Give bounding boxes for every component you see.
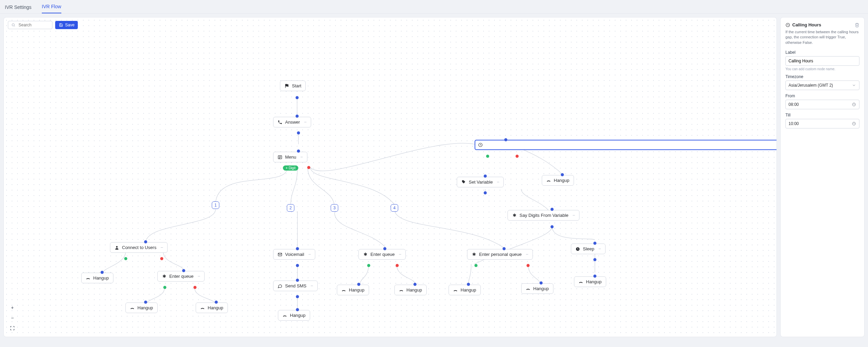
port[interactable] [357, 283, 360, 286]
port[interactable] [594, 242, 597, 245]
search-input[interactable] [18, 22, 49, 28]
node-enter-personal-queue[interactable]: ✱ Enter personal queue − [467, 249, 533, 260]
node-hangup[interactable]: Hangup [125, 302, 158, 313]
minus-icon[interactable]: − [198, 274, 200, 279]
digit-3[interactable]: 3 [331, 204, 338, 212]
minus-icon[interactable]: − [598, 246, 601, 251]
port[interactable] [296, 295, 299, 298]
trash-icon[interactable] [855, 23, 859, 27]
port[interactable] [594, 275, 597, 278]
node-hangup[interactable]: Hangup [521, 283, 553, 294]
node-connect-users[interactable]: Connect to Users − [110, 242, 168, 253]
port[interactable] [484, 191, 487, 195]
port[interactable] [540, 282, 543, 285]
node-sleep[interactable]: Sleep − [571, 244, 606, 254]
port[interactable] [484, 175, 487, 178]
port[interactable] [551, 208, 554, 211]
save-button[interactable]: Save [55, 21, 78, 29]
minus-icon[interactable]: − [308, 252, 311, 257]
port[interactable] [163, 286, 167, 289]
till-time-input[interactable]: 10:00 [785, 119, 859, 128]
node-hangup[interactable]: Hangup [337, 285, 369, 295]
port[interactable] [296, 308, 299, 311]
port[interactable] [594, 258, 597, 261]
search-box[interactable] [8, 21, 52, 29]
node-hangup[interactable]: Hangup [574, 276, 606, 287]
port[interactable] [383, 247, 387, 250]
panel-title: Calling Hours [792, 22, 821, 27]
timezone-select[interactable]: Asia/Jerusalem (GMT 2) [785, 80, 859, 90]
port[interactable] [144, 240, 147, 244]
node-hangup[interactable]: Hangup [278, 310, 310, 321]
node-answer[interactable]: Answer − [273, 117, 311, 127]
flag-icon [284, 84, 289, 88]
port[interactable] [396, 264, 399, 267]
port[interactable] [124, 257, 127, 260]
port[interactable] [182, 269, 185, 272]
port[interactable] [527, 264, 530, 267]
port[interactable] [297, 132, 300, 135]
minus-icon[interactable]: − [399, 252, 402, 257]
node-calling-hours[interactable]: Calling Hours − [475, 140, 777, 150]
port[interactable] [414, 283, 417, 286]
tab-ivr-flow[interactable]: IVR Flow [42, 4, 61, 13]
node-start[interactable]: Start [280, 80, 306, 91]
node-set-variable[interactable]: Set Variable − [457, 177, 504, 187]
port[interactable] [503, 247, 506, 250]
port[interactable] [144, 301, 147, 304]
svg-point-7 [116, 246, 118, 248]
node-say-digits[interactable]: ✱ Say Digits From Variable − [508, 210, 579, 221]
tab-ivr-settings[interactable]: IVR Settings [5, 4, 32, 13]
node-hangup[interactable]: Hangup [196, 302, 228, 313]
add-digit-button[interactable]: + Digit [283, 165, 298, 171]
port[interactable] [101, 271, 104, 274]
port[interactable] [297, 150, 300, 153]
port[interactable] [215, 301, 218, 304]
minus-icon[interactable]: − [526, 252, 528, 257]
node-hangup[interactable]: Hangup [542, 175, 574, 186]
port[interactable] [296, 96, 299, 99]
port[interactable] [296, 115, 299, 118]
minus-icon[interactable]: − [301, 154, 303, 160]
node-hangup[interactable]: Hangup [81, 273, 113, 283]
port[interactable] [551, 225, 554, 228]
from-time-input[interactable]: 08:00 [785, 100, 859, 109]
port[interactable] [194, 286, 197, 289]
minus-icon[interactable]: − [160, 245, 163, 250]
zoom-out-button[interactable]: − [9, 314, 16, 322]
digit-1[interactable]: 1 [212, 201, 219, 209]
flow-canvas[interactable]: Save + − [3, 17, 777, 337]
digit-4[interactable]: 4 [391, 204, 398, 212]
node-label: Voicemail [285, 252, 304, 257]
port[interactable] [367, 264, 370, 267]
port[interactable] [296, 247, 299, 250]
port[interactable] [307, 166, 310, 169]
phone-hangup-icon [282, 313, 287, 318]
node-label: Say Digits From Variable [519, 213, 569, 218]
port[interactable] [561, 173, 564, 176]
zoom-in-button[interactable]: + [9, 304, 16, 311]
node-label: Start [292, 83, 301, 88]
port[interactable] [296, 264, 299, 267]
digit-2[interactable]: 2 [287, 204, 294, 212]
node-enter-queue[interactable]: ✱ Enter queue − [358, 249, 406, 260]
port[interactable] [516, 155, 519, 158]
minus-icon[interactable]: − [310, 283, 313, 288]
minus-icon[interactable]: − [497, 179, 500, 185]
node-menu[interactable]: Menu − [273, 152, 307, 162]
minus-icon[interactable]: − [573, 213, 575, 218]
minus-icon[interactable]: − [304, 120, 307, 125]
node-hangup[interactable]: Hangup [394, 285, 427, 295]
node-voicemail[interactable]: Voicemail − [273, 249, 315, 260]
zoom-fit-button[interactable] [9, 324, 16, 332]
port[interactable] [160, 257, 163, 260]
port[interactable] [486, 155, 489, 158]
node-send-sms[interactable]: Send SMS − [273, 281, 318, 291]
node-hangup[interactable]: Hangup [449, 285, 481, 295]
label-input[interactable] [785, 56, 859, 66]
port[interactable] [296, 279, 299, 282]
port[interactable] [504, 138, 508, 141]
node-enter-queue[interactable]: ✱ Enter queue − [157, 271, 205, 282]
port[interactable] [475, 264, 478, 267]
port[interactable] [467, 283, 470, 286]
